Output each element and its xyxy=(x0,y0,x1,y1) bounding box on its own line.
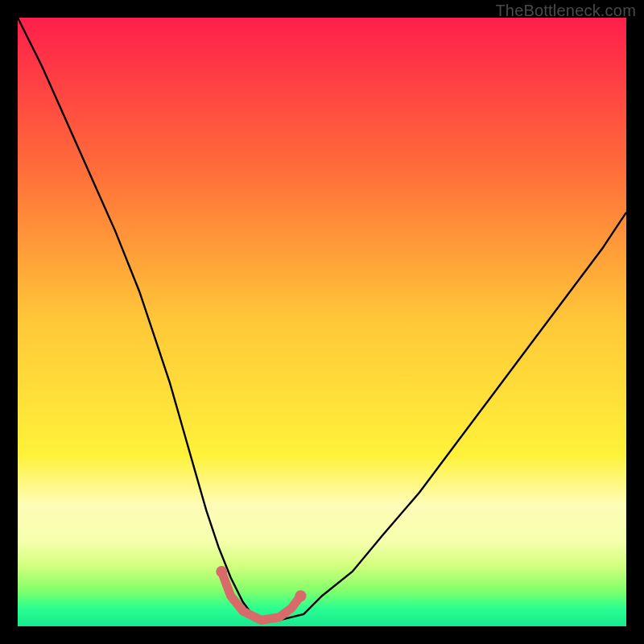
valley-end-dot xyxy=(295,590,307,601)
chart-stage: TheBottleneck.com xyxy=(0,0,644,644)
valley-highlight-stroke xyxy=(221,572,300,620)
bottleneck-curve xyxy=(18,18,626,620)
curve-layer xyxy=(18,18,626,626)
watermark-text: TheBottleneck.com xyxy=(495,2,636,20)
valley-end-dot xyxy=(216,566,227,577)
